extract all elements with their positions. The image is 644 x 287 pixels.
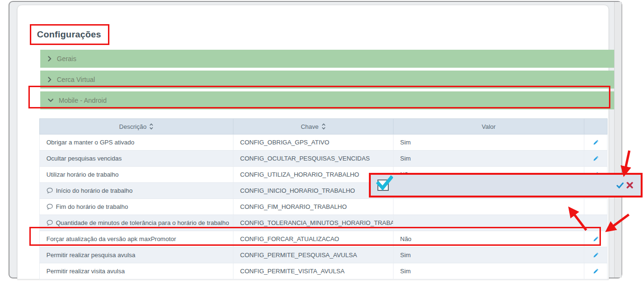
table-row: Ocultar pesquisas vencidas CONFIG_OCULTA… bbox=[39, 151, 608, 167]
x-icon bbox=[626, 182, 633, 188]
chevron-right-icon bbox=[48, 77, 52, 82]
table-row: Permitir realizar visita avulsa CONFIG_P… bbox=[39, 263, 608, 279]
settings-panel: Configurações Gerais Cerca Virtual Mobil… bbox=[17, 5, 609, 279]
cell-description: Ocultar pesquisas vencidas bbox=[39, 151, 233, 166]
cell-value: Não bbox=[394, 231, 584, 247]
column-header-valor: Valor bbox=[394, 118, 584, 135]
comment-bubble-icon bbox=[46, 204, 53, 210]
sort-icon[interactable] bbox=[322, 123, 326, 130]
cell-value: Sim bbox=[394, 247, 584, 263]
accordion-cerca-virtual[interactable]: Cerca Virtual bbox=[40, 71, 614, 89]
pencil-icon bbox=[593, 139, 599, 145]
cell-description: Quantidade de minutos de tolerância para… bbox=[39, 215, 233, 231]
table-row: Permitir realizar pesquisa avulsa CONFIG… bbox=[39, 247, 608, 263]
cell-description: Forçar atualização da versão apk maxProm… bbox=[39, 231, 233, 247]
table-row: Obrigar a manter o GPS ativado CONFIG_OB… bbox=[39, 135, 608, 151]
accordion-label: Cerca Virtual bbox=[57, 76, 95, 83]
scrollbar[interactable] bbox=[614, 2, 622, 278]
cell-key: CONFIG_OBRIGA_GPS_ATIVO bbox=[233, 135, 394, 150]
edit-button[interactable] bbox=[592, 251, 600, 259]
accordion-mobile-android[interactable]: Mobile - Android bbox=[40, 91, 614, 109]
chevron-down-icon bbox=[48, 99, 54, 102]
comment-bubble-icon bbox=[46, 220, 53, 226]
checkmark-icon bbox=[376, 175, 393, 190]
cell-value: Sim bbox=[394, 135, 584, 150]
column-header-chave[interactable]: Chave bbox=[233, 118, 394, 135]
accordion-label: Gerais bbox=[57, 55, 76, 63]
table-row: Fim do horário de trabalho CONFIG_FIM_HO… bbox=[39, 199, 608, 215]
pencil-icon bbox=[593, 268, 599, 274]
column-header-descricao[interactable]: Descrição bbox=[39, 118, 233, 135]
cell-description: Obrigar a manter o GPS ativado bbox=[39, 135, 233, 150]
page-title: Configurações bbox=[37, 29, 101, 40]
config-table: Descrição Chave Valor Obrigar a manter o… bbox=[39, 118, 608, 279]
edit-button[interactable] bbox=[592, 267, 600, 275]
cell-value: Sim bbox=[394, 263, 584, 279]
table-body: Obrigar a manter o GPS ativado CONFIG_OB… bbox=[39, 135, 608, 279]
cell-value bbox=[394, 215, 584, 231]
pencil-icon bbox=[593, 236, 599, 242]
cell-value bbox=[394, 199, 584, 215]
cell-value: Sim bbox=[394, 151, 584, 166]
arrow-to-confirm-icon bbox=[625, 151, 629, 172]
annotation-box-title: Configurações bbox=[30, 24, 109, 45]
table-row: Quantidade de minutos de tolerância para… bbox=[39, 215, 608, 231]
chevron-right-icon bbox=[48, 56, 52, 62]
pencil-icon bbox=[593, 252, 599, 258]
cell-key: CONFIG_FIM_HORARIO_TRABALHO bbox=[233, 199, 394, 215]
annotation-box-cell-editor bbox=[369, 173, 643, 197]
confirm-edit-button[interactable] bbox=[617, 182, 624, 188]
sort-icon[interactable] bbox=[149, 123, 153, 130]
cell-key: CONFIG_TOLERANCIA_MINUTOS_HORARIO_TRABAL… bbox=[233, 215, 394, 231]
accordion-gerais[interactable]: Gerais bbox=[40, 50, 614, 68]
comment-bubble-icon bbox=[46, 188, 53, 194]
cell-key: CONFIG_FORCAR_ATUALIZACAO bbox=[233, 231, 394, 247]
cell-description: Permitir realizar pesquisa avulsa bbox=[39, 247, 233, 263]
check-icon bbox=[617, 182, 624, 188]
cell-description: Utilizar horário de trabalho bbox=[39, 167, 233, 182]
cell-key: CONFIG_PERMITE_PESQUISA_AVULSA bbox=[233, 247, 394, 263]
cell-description: Início do horário de trabalho bbox=[39, 183, 233, 198]
table-header-row: Descrição Chave Valor bbox=[39, 118, 608, 135]
cell-key: CONFIG_OCULTAR_PESQUISAS_VENCIDAS bbox=[233, 151, 394, 166]
cell-description: Fim do horário de trabalho bbox=[39, 199, 233, 215]
pencil-icon bbox=[593, 155, 599, 161]
cancel-edit-button[interactable] bbox=[626, 182, 633, 188]
edit-button[interactable] bbox=[592, 154, 600, 162]
edit-button[interactable] bbox=[592, 138, 600, 146]
window-frame: Configurações Gerais Cerca Virtual Mobil… bbox=[9, 1, 622, 278]
cell-description: Permitir realizar visita avulsa bbox=[39, 263, 233, 279]
cell-key: CONFIG_PERMITE_VISITA_AVULSA bbox=[233, 263, 394, 279]
table-row-forcar-atualizacao: Forçar atualização da versão apk maxProm… bbox=[39, 231, 608, 247]
edit-button[interactable] bbox=[592, 235, 600, 243]
value-checkbox[interactable] bbox=[377, 179, 389, 191]
column-header-actions bbox=[584, 118, 608, 135]
accordion-label: Mobile - Android bbox=[59, 97, 107, 104]
